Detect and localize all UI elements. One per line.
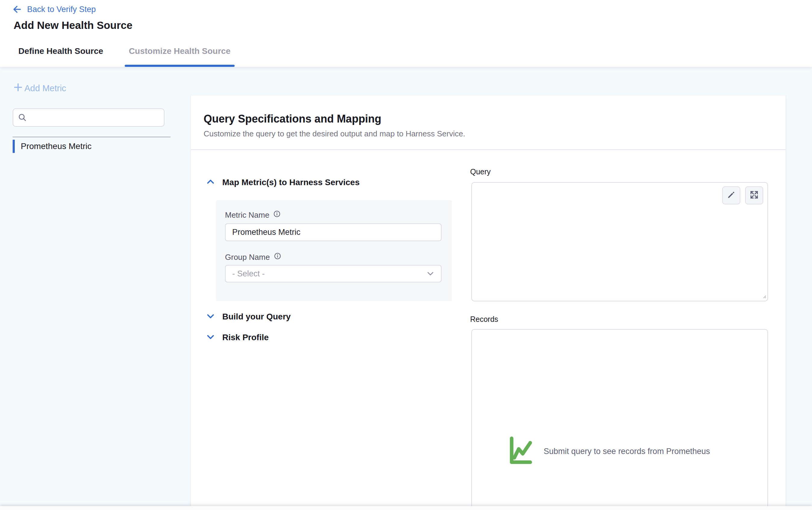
- line-chart-icon: [508, 436, 538, 467]
- records-panel: Submit query to see records from Prometh…: [471, 329, 768, 510]
- chevron-down-icon: [427, 270, 434, 277]
- expand-icon: [749, 190, 759, 201]
- group-select-value: - Select -: [232, 269, 265, 278]
- card-divider: [191, 149, 785, 150]
- tab-define-health-source[interactable]: Define Health Source: [18, 47, 103, 67]
- search-icon: [18, 113, 27, 123]
- query-editor: [471, 182, 768, 301]
- chevron-up-icon: [206, 177, 215, 187]
- selected-indicator: [13, 140, 15, 153]
- section-label: Risk Profile: [222, 333, 269, 342]
- sidebar-divider: [13, 137, 171, 137]
- chevron-down-icon: [206, 332, 215, 342]
- records-empty-message: Submit query to see records from Prometh…: [544, 447, 710, 456]
- tab-bar: Define Health Source Customize Health So…: [18, 47, 230, 67]
- arrow-left-icon: [12, 4, 22, 14]
- back-to-verify-step-link[interactable]: Back to Verify Step: [12, 4, 96, 14]
- active-tab-underline: [125, 65, 235, 67]
- metric-search: [13, 109, 165, 127]
- expand-query-button[interactable]: [745, 186, 763, 204]
- metric-list-item-prometheus[interactable]: Prometheus Metric: [13, 139, 92, 154]
- group-name-select[interactable]: - Select -: [225, 265, 441, 282]
- section-label: Map Metric(s) to Harness Services: [222, 178, 359, 187]
- section-build-your-query[interactable]: Build your Query: [206, 311, 291, 322]
- top-bar: Back to Verify Step Add New Health Sourc…: [0, 0, 812, 67]
- search-input[interactable]: [13, 109, 165, 127]
- edit-query-button[interactable]: [722, 186, 740, 204]
- resize-handle[interactable]: [762, 294, 766, 300]
- back-link-label: Back to Verify Step: [27, 5, 96, 14]
- page-title: Add New Health Source: [13, 19, 133, 31]
- info-icon: [273, 252, 282, 262]
- pencil-icon: [726, 190, 736, 201]
- metric-name-input[interactable]: [225, 223, 441, 241]
- add-metric-button[interactable]: Add Metric: [13, 82, 66, 94]
- metric-name-label: Metric Name: [225, 210, 281, 220]
- query-specifications-card: Query Specifications and Mapping Customi…: [191, 95, 785, 510]
- content-area: Add Metric Prometheus Metric Query Speci…: [0, 67, 812, 510]
- metric-item-label: Prometheus Metric: [21, 142, 92, 151]
- query-label: Query: [470, 168, 491, 176]
- section-map-metrics[interactable]: Map Metric(s) to Harness Services: [206, 177, 359, 187]
- records-empty-state: Submit query to see records from Prometh…: [508, 436, 710, 467]
- footer-strip: [0, 506, 812, 510]
- records-label: Records: [470, 315, 498, 324]
- group-name-label: Group Name: [225, 252, 282, 262]
- tab-customize-health-source[interactable]: Customize Health Source: [129, 47, 231, 67]
- card-title: Query Specifications and Mapping: [204, 113, 381, 125]
- info-icon: [273, 210, 281, 220]
- metrics-sidebar: Add Metric Prometheus Metric: [0, 67, 191, 510]
- section-label: Build your Query: [222, 312, 291, 322]
- chevron-down-icon: [206, 311, 215, 322]
- card-subtitle: Customize the query to get the desired o…: [204, 129, 465, 139]
- plus-icon: [13, 82, 23, 94]
- add-metric-label: Add Metric: [24, 83, 66, 93]
- section-risk-profile[interactable]: Risk Profile: [206, 332, 269, 342]
- map-metric-form-panel: Metric Name Group Name - Select -: [216, 200, 452, 301]
